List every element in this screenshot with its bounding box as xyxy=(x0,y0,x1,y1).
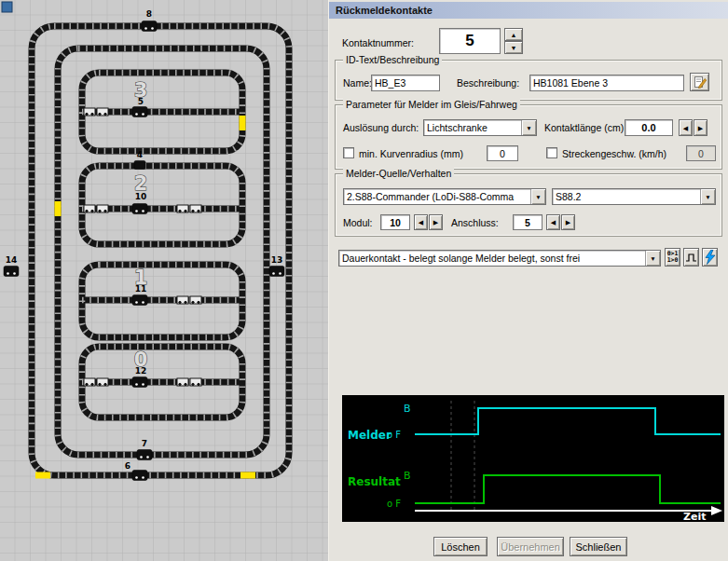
wagon-icon xyxy=(84,378,95,386)
contact-number: 4 xyxy=(137,150,143,159)
contact-number: 7 xyxy=(142,439,147,448)
module-increase-button[interactable]: ▶ xyxy=(429,214,443,230)
min-radius-checkbox[interactable] xyxy=(343,147,354,158)
behavior-value: Dauerkontakt - belegt solange Melder bel… xyxy=(339,251,645,266)
name-label: Name: xyxy=(343,77,372,89)
trigger-select[interactable]: Lichtschranke ▼ xyxy=(423,119,537,136)
port-label: Anschluss: xyxy=(451,217,499,228)
edit-description-button[interactable] xyxy=(690,73,709,91)
pulse-icon xyxy=(685,252,697,264)
wagon-icon xyxy=(190,205,201,212)
occupied-marker[interactable] xyxy=(240,472,255,479)
contact-number: 13 xyxy=(271,255,283,265)
min-radius-field[interactable]: 0 xyxy=(487,145,518,161)
close-button[interactable]: Schließen xyxy=(570,537,627,556)
port-increase-button[interactable]: ▶ xyxy=(561,214,575,230)
track-editor-panel[interactable]: 3 2 1 0 8 5 4 10 11 12 14 13 7 6 xyxy=(0,0,328,561)
module-decrease-button[interactable]: ◀ xyxy=(414,214,428,230)
loco-icon xyxy=(132,107,147,117)
contact-number-up-button[interactable]: ▲ xyxy=(504,28,523,41)
source-group-title: Melder-Quelle/Verhalten xyxy=(343,168,454,179)
arrow-down-icon: ▼ xyxy=(511,45,517,51)
time-axis-label: Zeit xyxy=(683,511,706,522)
trigger-value: Lichtschranke xyxy=(424,120,521,135)
port-field[interactable]: 5 xyxy=(513,214,543,230)
loco-icon xyxy=(4,267,19,277)
wagon-icon xyxy=(97,108,108,116)
wagon-icon xyxy=(84,205,95,212)
chevron-down-icon[interactable]: ▼ xyxy=(645,251,660,266)
contact-number: 11 xyxy=(135,284,147,294)
loco-icon xyxy=(132,377,147,388)
id-group: ID-Text/Beschreibung Name: HB_E3 Beschre… xyxy=(335,60,722,101)
contact-number: 8 xyxy=(146,9,152,19)
wagon-icon xyxy=(177,205,188,212)
loco-icon xyxy=(142,21,157,32)
channel-select[interactable]: S88.2 ▼ xyxy=(552,188,716,205)
lightning-icon xyxy=(704,250,717,265)
wagon-icon xyxy=(84,108,95,116)
contact-number: 10 xyxy=(135,192,147,201)
axis-tick-label: o F xyxy=(387,430,401,440)
occupied-marker[interactable] xyxy=(55,201,62,216)
edge-mode-icon: 0>11>0 xyxy=(667,251,679,264)
app-icon[interactable] xyxy=(2,2,12,12)
arrow-left-icon: ◀ xyxy=(683,125,688,131)
source-group: Melder-Quelle/Verhalten 2.S88-Commander … xyxy=(335,173,722,237)
close-button-label: Schließen xyxy=(576,541,622,553)
arrow-right-icon: ▶ xyxy=(566,219,570,226)
channel-value: S88.2 xyxy=(553,189,700,204)
wagon-icon xyxy=(177,296,188,304)
contact-number: 12 xyxy=(135,366,147,376)
wagon-icon xyxy=(97,378,108,386)
wagon-icon xyxy=(190,378,201,386)
occupied-marker[interactable] xyxy=(35,472,50,479)
apply-button-label: Übernehmen xyxy=(501,541,560,553)
loco-icon xyxy=(132,295,147,306)
description-field[interactable]: HB1081 Ebene 3 xyxy=(529,75,684,91)
axis-tick-label: o F xyxy=(387,499,401,509)
loco-icon xyxy=(132,204,147,214)
delete-button-label: Löschen xyxy=(441,541,480,553)
edge-mode-button[interactable]: 0>11>0 xyxy=(665,248,680,267)
port-decrease-button[interactable]: ◀ xyxy=(546,214,560,230)
event-mode-button[interactable] xyxy=(702,248,718,267)
trigger-label: Auslösung durch: xyxy=(343,122,419,133)
apply-button[interactable]: Übernehmen xyxy=(497,537,564,556)
module-field[interactable]: 10 xyxy=(380,214,410,230)
contact-number-down-button[interactable]: ▼ xyxy=(504,41,523,54)
track-layout[interactable]: 3 2 1 0 8 5 4 10 11 12 14 13 7 6 xyxy=(0,0,328,561)
name-field[interactable]: HB_E3 xyxy=(371,75,440,91)
loco-icon xyxy=(137,450,152,460)
axis-tick-label: B xyxy=(404,403,411,415)
parameter-group-title: Parameter für Melder im Gleis/Fahrweg xyxy=(343,99,520,110)
chevron-down-icon[interactable]: ▼ xyxy=(521,120,536,135)
contact-number-field[interactable]: 5 xyxy=(439,28,501,54)
speed-checkbox[interactable] xyxy=(546,147,557,158)
arrow-right-icon: ▶ xyxy=(433,219,438,226)
chevron-down-icon[interactable]: ▼ xyxy=(530,189,545,204)
behavior-select[interactable]: Dauerkontakt - belegt solange Melder bel… xyxy=(338,250,661,267)
axis-tick-label: B xyxy=(404,470,411,482)
id-group-title: ID-Text/Beschreibung xyxy=(343,54,442,65)
occupied-marker[interactable] xyxy=(240,116,246,130)
module-label: Modul: xyxy=(343,217,373,228)
dialog-titlebar[interactable]: Rückmeldekontakte xyxy=(329,2,728,19)
contact-number: 6 xyxy=(125,461,130,471)
contact-tag-icon xyxy=(134,161,145,170)
contact-length-decrease-button[interactable]: ◀ xyxy=(679,119,693,136)
speed-field[interactable]: 0 xyxy=(686,145,716,161)
arrow-up-icon: ▲ xyxy=(511,32,517,38)
chevron-down-icon[interactable]: ▼ xyxy=(700,189,715,204)
contact-length-increase-button[interactable]: ▶ xyxy=(694,119,707,136)
contact-length-field[interactable]: 0.0 xyxy=(625,119,673,136)
pulse-mode-button[interactable] xyxy=(683,248,699,267)
loco-icon xyxy=(269,267,284,277)
series-label: Resultat xyxy=(348,475,401,488)
delete-button[interactable]: Löschen xyxy=(433,537,488,556)
description-label: Beschreibung: xyxy=(457,77,519,89)
device-select[interactable]: 2.S88-Commander (LoDi-S88-Comma ▼ xyxy=(343,188,546,205)
contact-length-label: Kontaktlänge (cm) xyxy=(544,122,624,133)
loco-icon xyxy=(132,471,147,481)
dialog-title: Rückmeldekontakte xyxy=(336,5,433,16)
